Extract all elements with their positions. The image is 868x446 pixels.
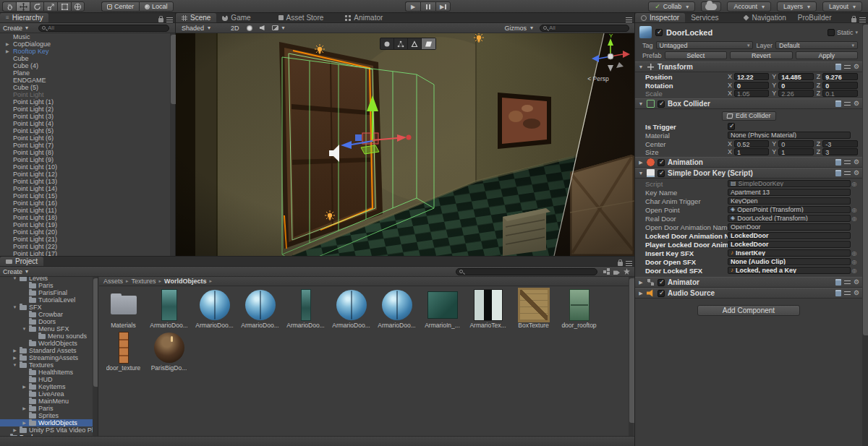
hierarchy-item[interactable]: Point Light (22) <box>0 243 170 250</box>
field-value-box[interactable]: None (Audio Clip) <box>728 258 851 265</box>
tab-asset-store[interactable]: Asset Store <box>273 13 330 22</box>
hierarchy-scrollbar[interactable] <box>170 33 175 256</box>
hierarchy-item[interactable]: Point Light (11) <box>0 207 170 214</box>
layout-button[interactable]: Layout <box>822 1 862 12</box>
asset-item[interactable]: ArmarioIn_... <box>420 289 465 329</box>
tab-inspector[interactable]: Inspector <box>635 13 685 22</box>
audio-source-component-header[interactable]: ▶ Audio Source ⚙ <box>635 288 862 299</box>
pivot-rotation-button[interactable]: Local <box>139 1 174 12</box>
scale-tool-button[interactable] <box>43 1 57 12</box>
gear-icon[interactable]: ⚙ <box>854 290 859 296</box>
lock-icon[interactable] <box>618 262 623 266</box>
prefab-select-button[interactable]: Select <box>665 51 727 59</box>
hierarchy-item[interactable]: Point Light (1) <box>0 98 170 106</box>
tab-scene[interactable]: Scene <box>176 13 216 22</box>
project-tree-item[interactable]: TutorialLevel <box>0 296 98 304</box>
field-value-box[interactable]: OpenPoint (Transform) <box>728 206 851 213</box>
scene-search-input[interactable] <box>549 25 626 31</box>
component-enabled-checkbox[interactable] <box>658 279 665 286</box>
search-by-label-icon[interactable] <box>613 268 620 275</box>
layer-dropdown[interactable]: Default <box>775 41 858 49</box>
tab-game[interactable]: Game <box>216 13 256 22</box>
window-menu-icon[interactable] <box>166 17 173 22</box>
effects-dropdown[interactable] <box>268 24 289 33</box>
search-by-type-icon[interactable] <box>603 268 610 275</box>
project-tree-item[interactable]: ▶ KeyItems <box>0 383 98 390</box>
project-tree-item[interactable]: ParisFinal <box>0 289 98 296</box>
add-component-button[interactable]: Add Component <box>697 305 800 316</box>
disclosure-icon[interactable]: ▼ <box>638 171 644 176</box>
project-tree-item[interactable]: Doors <box>0 318 98 325</box>
asset-scrollbar[interactable] <box>629 277 634 436</box>
hierarchy-item[interactable]: Point Light (18) <box>0 214 170 221</box>
project-search-field[interactable] <box>456 268 597 275</box>
scale-x-field[interactable]: 1,05 <box>734 90 769 97</box>
preset-icon[interactable] <box>844 100 851 107</box>
lock-icon[interactable] <box>851 18 856 22</box>
project-tree-item[interactable]: HUD <box>0 376 98 383</box>
field-value-box[interactable]: OpenDoor <box>728 223 851 231</box>
disclosure-icon[interactable]: ▼ <box>12 361 17 369</box>
disclosure-icon[interactable]: ▶ <box>6 40 9 48</box>
project-tree-item[interactable]: MainMenu <box>0 398 98 405</box>
tab-navigation[interactable]: Navigation <box>738 13 792 22</box>
object-picker-icon[interactable] <box>851 207 858 213</box>
gizmos-dropdown[interactable]: Gizmos <box>501 24 537 33</box>
project-tree-item[interactable]: WorldObjects <box>0 340 98 347</box>
scene-viewport[interactable]: Y < Persp <box>176 33 634 256</box>
asset-item[interactable]: Materials <box>101 289 146 329</box>
scale-z-field[interactable]: 0,1 <box>822 90 858 97</box>
field-value-box[interactable]: Apartment 13 <box>728 189 851 196</box>
hierarchy-item[interactable]: Point Light (12) <box>0 171 170 178</box>
object-mode-button[interactable] <box>380 38 394 49</box>
asset-item[interactable]: ArmarioDoo... <box>283 289 328 329</box>
gear-icon[interactable]: ⚙ <box>854 159 859 166</box>
project-tree-item[interactable]: Paris <box>0 282 98 289</box>
disclosure-icon[interactable]: ▼ <box>638 64 644 69</box>
rotation-y-field[interactable]: 0 <box>778 82 813 89</box>
component-enabled-checkbox[interactable] <box>658 159 665 166</box>
hierarchy-item[interactable]: Point Light (10) <box>0 163 170 171</box>
hierarchy-item[interactable]: Point Light <box>0 91 170 98</box>
hierarchy-item[interactable]: Point Light (16) <box>0 200 170 207</box>
help-icon[interactable] <box>835 170 841 176</box>
scrollbar-thumb[interactable] <box>863 25 868 335</box>
draw-mode-dropdown[interactable]: Shaded <box>178 24 223 33</box>
help-icon[interactable] <box>835 279 841 286</box>
vertex-mode-button[interactable] <box>394 38 408 49</box>
size-z-field[interactable]: 3 <box>822 148 858 155</box>
gear-icon[interactable]: ⚙ <box>854 170 859 176</box>
hierarchy-item[interactable]: Point Light (4) <box>0 120 170 127</box>
object-picker-icon[interactable] <box>851 259 858 265</box>
asset-item[interactable]: ArmarioTex... <box>465 289 511 329</box>
disclosure-icon[interactable]: ▶ <box>638 280 644 286</box>
field-value-box[interactable]: KeyOpen <box>728 197 851 205</box>
disclosure-icon[interactable]: ▶ <box>22 405 27 412</box>
static-checkbox[interactable] <box>827 29 835 36</box>
breadcrumb-textures[interactable]: Textures <box>132 278 156 285</box>
tab-probuilder[interactable]: ProBuilder <box>792 13 838 22</box>
static-control[interactable]: Static ▾ <box>827 29 858 36</box>
asset-item[interactable]: ArmarioDoo... <box>192 289 237 329</box>
field-value-box[interactable]: LockedDoor <box>728 241 851 248</box>
project-tree-item[interactable]: ▼ Textures <box>0 361 98 369</box>
hierarchy-item[interactable]: ▶ Rooftop Key <box>0 48 170 55</box>
2d-toggle[interactable]: 2D <box>227 24 243 33</box>
hierarchy-item[interactable]: Point Light (21) <box>0 236 170 243</box>
asset-item[interactable]: BoxTexture <box>511 289 556 329</box>
gear-icon[interactable]: ⚙ <box>854 279 859 286</box>
position-z-field[interactable]: 9,276 <box>822 73 858 80</box>
hierarchy-item[interactable]: Point Light (2) <box>0 106 170 113</box>
project-tree-item[interactable]: ▶ Paris <box>0 405 98 412</box>
window-menu-icon[interactable] <box>859 17 866 22</box>
hierarchy-item[interactable]: Point Light (15) <box>0 192 170 200</box>
asset-item[interactable]: ArmarioDoo... <box>146 289 192 329</box>
project-tree-item[interactable]: HealthItems <box>0 369 98 376</box>
object-picker-icon[interactable] <box>851 267 858 274</box>
preset-icon[interactable] <box>844 170 851 176</box>
object-picker-icon[interactable] <box>851 215 858 222</box>
hand-tool-button[interactable] <box>2 1 16 12</box>
breadcrumb-assets[interactable]: Assets <box>103 278 123 285</box>
pause-button[interactable] <box>420 1 435 12</box>
rotate-tool-button[interactable] <box>30 1 43 12</box>
